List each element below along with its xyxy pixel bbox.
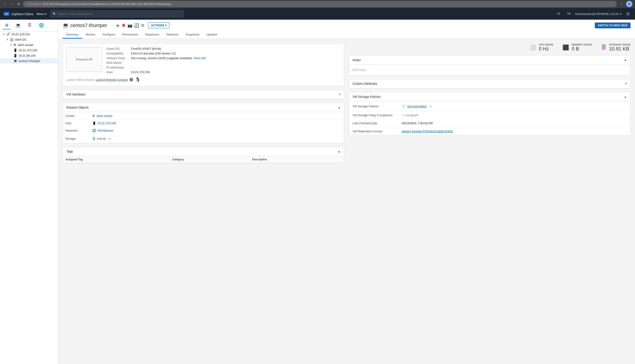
help-button[interactable]: ? ▾ <box>565 10 572 18</box>
sidebar-icon-network[interactable]: 🌐 <box>37 22 46 30</box>
more-info-link[interactable]: More info <box>194 56 206 60</box>
launch-web-console-link: Launch Web Console <box>66 78 94 82</box>
tab-monitor[interactable]: Monitor <box>82 31 99 38</box>
profile-avatar[interactable]: A <box>626 1 632 7</box>
tags-table: Assigned Tag Category Description <box>63 156 344 163</box>
tree-label-sitea-dc: siteA-DC <box>15 38 27 41</box>
back-button[interactable]: ← <box>3 1 8 7</box>
power-off-icon[interactable]: ⏹ <box>122 23 126 28</box>
vm-storage-policies-header[interactable]: VM Storage Policies ▲ <box>349 92 630 102</box>
tags-col-assigned: Assigned Tag <box>63 156 170 163</box>
storage-compliance-label: VM Storage Policy Compliance <box>349 111 398 119</box>
user-menu-button[interactable]: Administrator@VSPHERE.LOCAL ▾ <box>575 12 621 16</box>
host-link[interactable]: 📱 10.21.170.159 <box>92 121 341 125</box>
related-value-networks: 🌐 VM Network <box>90 127 344 134</box>
host-label: Host: <box>107 70 131 74</box>
sidebar-icon-hosts[interactable]: 🖥 <box>3 22 10 30</box>
tree-item-host-156[interactable]: 📱 10.21.98.156 <box>0 53 58 58</box>
expand-icon: ▼ <box>6 38 9 41</box>
tab-snapshots[interactable]: Snapshots <box>182 31 203 38</box>
related-objects-table: Cluster ⚙ siteA-cluster <box>63 112 344 143</box>
tree-item-datacenter-root[interactable]: ▼ 🔗 10.21.123.210 <box>0 32 58 37</box>
table-row: VM Replication Groups centos7-thumper-57… <box>349 127 630 136</box>
cluster-link[interactable]: ⚙ siteA-cluster <box>92 114 341 118</box>
checkmark-icon: ✓ <box>402 114 404 117</box>
table-row: Cluster ⚙ siteA-cluster <box>63 112 344 120</box>
related-objects-section: Related Objects ▲ Cluster ⚙ <box>63 103 344 143</box>
tags-section: Tags ▲ Assigned Tag Category Description <box>63 147 344 163</box>
storage-usage-item: 🗄 STORAGE USAGE 10.91 KB <box>601 43 630 52</box>
tab-summary[interactable]: Summary <box>63 31 82 38</box>
sidebar-icon-storage[interactable]: 🗄 <box>26 22 34 30</box>
storage-link[interactable]: 🗄 vvol-ds <box>92 137 106 140</box>
more-icon[interactable]: ⚙ <box>141 23 144 28</box>
related-label-cluster: Cluster <box>63 112 90 120</box>
table-row: Last Checked Date 04/24/2020, 7:00:46 PM <box>349 119 630 127</box>
table-row: Host 📱 10.21.170.159 <box>63 120 344 127</box>
search-input[interactable] <box>58 12 181 16</box>
networks-link[interactable]: 🌐 VM Network <box>92 129 341 132</box>
datacenter-icon: 🏢 <box>10 38 14 41</box>
cpu-usage-item: ⬜ CPU USAGE 0 Hz <box>529 43 553 52</box>
host-icon: 📱 <box>14 54 17 57</box>
tab-configure[interactable]: Configure <box>99 31 119 38</box>
storage-policy-value: 📄 srm-vvol-policy ← <box>398 102 630 111</box>
vm-title: 💻 centos7-thumper <box>63 22 107 28</box>
launch-remote-console-link[interactable]: Launch Remote Console <box>96 78 128 82</box>
sidebar-icon-vms[interactable]: 💻 <box>14 22 22 30</box>
storage-policy-link[interactable]: srm-vvol-policy <box>407 104 427 108</box>
host-icon: 📱 <box>14 48 17 52</box>
tree-item-sitea-cluster[interactable]: ▼ ⚙ siteA-cluster <box>0 42 58 48</box>
vm-hardware-header[interactable]: VM Hardware ▾ <box>63 90 344 99</box>
reload-button[interactable]: ↻ <box>16 1 22 7</box>
table-row: Storage 🗄 vvol-ds ← <box>63 134 344 143</box>
networks-row-icon: 🌐 <box>92 129 96 132</box>
bookmark-button[interactable]: ☆ <box>618 1 625 7</box>
tree-item-host-159[interactable]: 📱 10.21.170.159 <box>0 48 58 53</box>
table-row: VM Storage Policies 📄 srm-vvol-policy ← <box>349 102 630 111</box>
apps-button[interactable]: ⊞ <box>624 10 631 18</box>
dns-row: DNS Name: <box>107 61 341 64</box>
snapshot-icon[interactable]: 📷 <box>128 23 132 28</box>
forward-button[interactable]: → <box>9 1 15 7</box>
tree-item-centos7-thumper[interactable]: 💻 centos7-thumper <box>0 58 58 64</box>
replication-groups-link[interactable]: centos7-thumper-5742c6e3c319d074-0001 <box>402 130 453 133</box>
storage-row-icon: 🗄 <box>92 137 95 140</box>
migrate-icon[interactable]: 🔄 <box>134 23 139 28</box>
address-bar[interactable]: ⚠ Not Secure 10.21.123.210/ui/app/vm;nav… <box>23 1 617 7</box>
resources-row: ⬜ CPU USAGE 0 Hz ⬛ MEMORY USAGE 0 B <box>349 43 630 52</box>
power-on-icon[interactable]: ▶ <box>117 23 120 28</box>
vmware-tools-label: VMware Tools: <box>107 56 131 60</box>
host-row-icon: 📱 <box>92 121 96 125</box>
actions-button[interactable]: ACTIONS ▾ <box>148 22 169 28</box>
notes-body[interactable]: Edit Notes... <box>349 65 630 75</box>
tab-networks[interactable]: Networks <box>163 31 182 38</box>
ip-row: IP Addresses: <box>107 66 341 69</box>
tab-updates[interactable]: Updates <box>203 31 221 38</box>
main-layout: 🖥 💻 🗄 🌐 ▼ 🔗 10.21.123.210 ▼ 🏢 siteA-DC ▼… <box>0 20 635 364</box>
menu-button[interactable]: Menu ▾ <box>37 12 47 16</box>
expand-icon: ▼ <box>10 44 12 46</box>
dns-label: DNS Name: <box>107 61 131 64</box>
powered-off-label: Powered Off <box>76 58 92 61</box>
refresh-button[interactable]: ⟳ <box>555 10 562 18</box>
compatibility-label: Compatibility: <box>107 52 131 55</box>
related-value-host: 📱 10.21.170.159 <box>90 120 344 127</box>
remote-console-info-icon[interactable]: i <box>130 78 133 82</box>
related-objects-header[interactable]: Related Objects ▲ <box>63 103 344 112</box>
switch-view-button[interactable]: SWITCH TO NEW VIEW <box>595 22 630 28</box>
app-title: vSphere Client <box>11 12 33 16</box>
tags-header[interactable]: Tags ▲ <box>63 147 344 156</box>
notes-header[interactable]: Notes ▲ <box>349 56 630 65</box>
tab-permissions[interactable]: Permissions <box>119 31 142 38</box>
vm-storage-policies-body: VM Storage Policies 📄 srm-vvol-policy ← <box>349 102 630 135</box>
search-bar[interactable]: 🔍 <box>50 10 184 18</box>
tab-datastores[interactable]: Datastores <box>142 31 163 38</box>
tree-item-sitea-dc[interactable]: ▼ 🏢 siteA-DC <box>0 37 58 42</box>
notes-toggle-icon: ▲ <box>624 58 627 62</box>
storage-value: 10.91 KB <box>609 46 630 52</box>
guest-os-row: Guest OS: CentOS 4/5/6/7 (64-bit) <box>107 47 341 50</box>
storage-usage-icon: 🗄 <box>601 44 606 51</box>
actions-label: ACTIONS <box>151 24 164 27</box>
custom-attributes-header[interactable]: Custom Attributes ▾ <box>349 79 630 88</box>
